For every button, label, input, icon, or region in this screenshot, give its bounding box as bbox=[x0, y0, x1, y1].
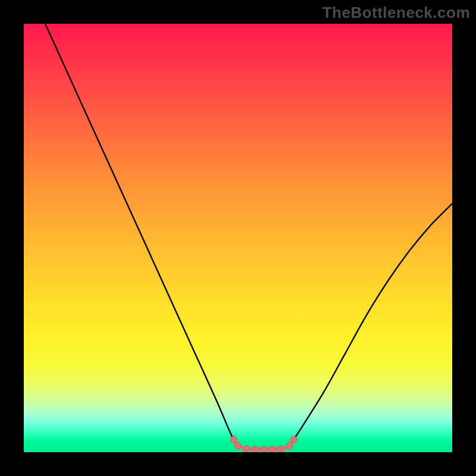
left-branch-curve bbox=[45, 24, 238, 446]
chart-frame: TheBottleneck.com bbox=[0, 0, 476, 476]
right-branch-curve bbox=[289, 203, 452, 446]
valley-marker-dot bbox=[278, 446, 284, 452]
valley-markers bbox=[230, 436, 297, 452]
valley-marker-dot bbox=[235, 443, 242, 449]
valley-marker-dot bbox=[290, 436, 297, 443]
valley-marker-dot bbox=[286, 443, 293, 449]
curve-layer bbox=[24, 24, 452, 452]
valley-marker-dot bbox=[230, 436, 237, 443]
plot-area bbox=[24, 24, 452, 452]
valley-marker-dot bbox=[252, 446, 258, 452]
frame-border-left bbox=[0, 0, 24, 476]
frame-border-right bbox=[452, 0, 476, 476]
frame-border-bottom bbox=[0, 452, 476, 476]
valley-marker-dot bbox=[269, 446, 275, 452]
valley-marker-dot bbox=[243, 446, 250, 452]
valley-marker-dot bbox=[261, 446, 267, 452]
watermark-text: TheBottleneck.com bbox=[322, 4, 470, 22]
